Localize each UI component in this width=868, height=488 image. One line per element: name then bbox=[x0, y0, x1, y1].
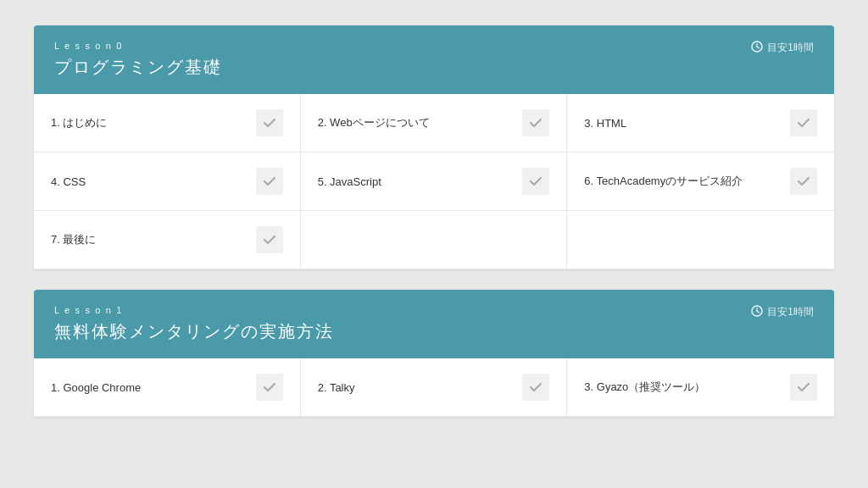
lesson-item-7[interactable]: 7. 最後に bbox=[34, 211, 301, 269]
lesson-item-label: 3. Gyazo（推奨ツール） bbox=[584, 380, 782, 395]
lesson-item-3[interactable]: 3. Gyazo（推奨ツール） bbox=[567, 358, 834, 417]
check-mark-icon bbox=[256, 374, 283, 401]
time-label: 目安1時間 bbox=[767, 41, 814, 55]
lesson-item-1[interactable]: 1. はじめに bbox=[34, 94, 301, 152]
clock-icon bbox=[751, 41, 763, 55]
svg-line-5 bbox=[757, 311, 760, 313]
lesson-card-lesson1: L e s s o n 1無料体験メンタリングの実施方法 目安1時間 1. Go… bbox=[34, 290, 834, 417]
empty-cell bbox=[301, 211, 568, 269]
check-mark-icon bbox=[522, 168, 549, 195]
lesson-item-label: 6. TechAcademyのサービス紹介 bbox=[584, 174, 782, 189]
lesson-item-label: 4. CSS bbox=[51, 175, 248, 188]
lesson-item-label: 5. JavaScript bbox=[318, 175, 515, 188]
check-mark-icon bbox=[522, 109, 549, 136]
lesson-card-lesson0: L e s s o n 0プログラミング基礎 目安1時間 1. はじめに 2. … bbox=[34, 25, 834, 269]
lesson-time: 目安1時間 bbox=[751, 41, 814, 55]
lesson-subtitle: L e s s o n 0 bbox=[54, 41, 814, 51]
lesson-item-label: 1. Google Chrome bbox=[51, 381, 248, 394]
lesson-grid-lesson0: 1. はじめに 2. Webページについて 3. HTML 4. CSS bbox=[34, 94, 834, 269]
lesson-item-1[interactable]: 1. Google Chrome bbox=[34, 358, 301, 417]
lesson-title: 無料体験メンタリングの実施方法 bbox=[54, 320, 814, 343]
svg-line-2 bbox=[757, 47, 760, 48]
check-mark-icon bbox=[790, 374, 817, 401]
time-label: 目安1時間 bbox=[767, 305, 814, 319]
lesson-item-2[interactable]: 2. Webページについて bbox=[301, 94, 568, 152]
lesson-header-lesson0: L e s s o n 0プログラミング基礎 目安1時間 bbox=[34, 25, 834, 94]
lesson-item-label: 2. Talky bbox=[318, 381, 515, 394]
check-mark-icon bbox=[522, 374, 549, 401]
lesson-item-label: 1. はじめに bbox=[51, 115, 248, 130]
lesson-title: プログラミング基礎 bbox=[54, 56, 814, 79]
lesson-item-5[interactable]: 5. JavaScript bbox=[301, 152, 568, 211]
lesson-item-3[interactable]: 3. HTML bbox=[567, 94, 834, 152]
check-mark-icon bbox=[790, 109, 817, 136]
lesson-grid-lesson1: 1. Google Chrome 2. Talky 3. Gyazo（推奨ツール… bbox=[34, 358, 834, 417]
check-mark-icon bbox=[256, 168, 283, 195]
check-mark-icon bbox=[256, 226, 283, 253]
lesson-item-label: 3. HTML bbox=[584, 117, 782, 130]
lesson-item-4[interactable]: 4. CSS bbox=[34, 152, 301, 211]
clock-icon bbox=[751, 305, 763, 319]
lesson-time: 目安1時間 bbox=[751, 305, 814, 319]
lesson-item-label: 7. 最後に bbox=[51, 232, 248, 247]
check-mark-icon bbox=[256, 109, 283, 136]
lesson-item-6[interactable]: 6. TechAcademyのサービス紹介 bbox=[567, 152, 834, 211]
lesson-item-2[interactable]: 2. Talky bbox=[301, 358, 568, 417]
empty-cell bbox=[567, 211, 834, 269]
lesson-subtitle: L e s s o n 1 bbox=[54, 305, 814, 315]
check-mark-icon bbox=[790, 168, 817, 195]
lesson-header-lesson1: L e s s o n 1無料体験メンタリングの実施方法 目安1時間 bbox=[34, 290, 834, 358]
lesson-item-label: 2. Webページについて bbox=[318, 115, 515, 130]
